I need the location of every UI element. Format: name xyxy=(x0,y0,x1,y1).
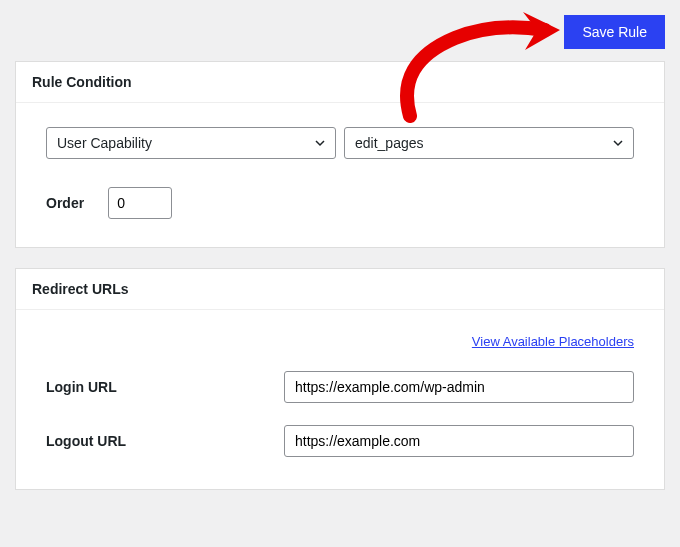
capability-value-select[interactable]: edit_pages xyxy=(344,127,634,159)
redirect-urls-title: Redirect URLs xyxy=(16,269,664,310)
redirect-urls-panel: Redirect URLs View Available Placeholder… xyxy=(15,268,665,490)
capability-type-select[interactable]: User Capability xyxy=(46,127,336,159)
logout-url-label: Logout URL xyxy=(46,433,284,449)
view-placeholders-link[interactable]: View Available Placeholders xyxy=(472,334,634,349)
rule-condition-title: Rule Condition xyxy=(16,62,664,103)
capability-type-value: User Capability xyxy=(57,135,152,151)
save-rule-button[interactable]: Save Rule xyxy=(564,15,665,49)
login-url-label: Login URL xyxy=(46,379,284,395)
capability-value-text: edit_pages xyxy=(355,135,424,151)
login-url-input[interactable] xyxy=(284,371,634,403)
logout-url-input[interactable] xyxy=(284,425,634,457)
order-label: Order xyxy=(46,195,84,211)
rule-condition-panel: Rule Condition User Capability edit_page… xyxy=(15,61,665,248)
order-input[interactable] xyxy=(108,187,172,219)
